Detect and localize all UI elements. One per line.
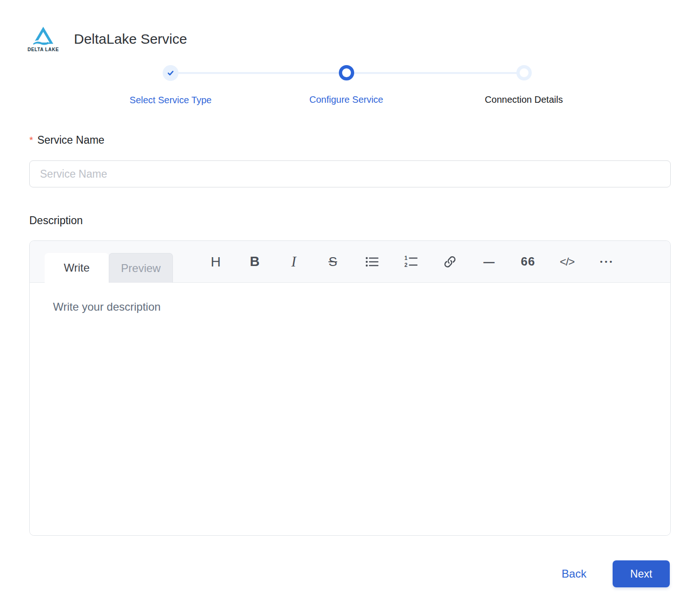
tab-preview[interactable]: Preview <box>109 253 173 283</box>
description-textarea[interactable] <box>30 283 670 535</box>
logo-label: DELTA LAKE <box>27 47 59 52</box>
description-editor: Write Preview H B I S <box>29 240 671 536</box>
editor-tools: H B I S 1 2 <box>196 241 626 282</box>
more-icon[interactable]: ••• <box>587 248 626 276</box>
unordered-list-icon[interactable] <box>352 248 391 276</box>
delta-lake-icon <box>33 26 54 46</box>
back-button[interactable]: Back <box>545 561 603 587</box>
step-label: Connection Details <box>485 93 563 106</box>
description-label: Description <box>29 214 83 227</box>
svg-text:1: 1 <box>404 255 408 261</box>
configure-service-page: DELTA LAKE DeltaLake Service Select Serv… <box>0 0 700 612</box>
step-label: Select Service Type <box>130 94 211 106</box>
next-button[interactable]: Next <box>613 560 670 587</box>
step-completed-indicator <box>163 65 178 81</box>
editor-tabs: Write Preview <box>45 253 173 283</box>
bold-icon[interactable]: B <box>235 248 274 276</box>
stepper: Select Service Type Configure Service Co… <box>0 65 700 116</box>
editor-toolbar: Write Preview H B I S <box>30 241 670 283</box>
code-icon[interactable]: </> <box>548 248 587 276</box>
italic-icon[interactable]: I <box>274 248 313 276</box>
step-label: Configure Service <box>310 93 383 106</box>
horizontal-rule-icon[interactable]: — <box>469 248 508 276</box>
page-title: DeltaLake Service <box>74 31 187 47</box>
step-configure-service: Configure Service <box>253 65 439 106</box>
tab-write[interactable]: Write <box>45 253 109 283</box>
required-asterisk: * <box>29 134 33 145</box>
check-icon <box>166 69 175 77</box>
step-active-indicator <box>339 65 354 80</box>
step-pending-indicator <box>516 65 532 80</box>
step-select-service-type: Select Service Type <box>78 65 264 106</box>
service-name-label: *Service Name <box>29 134 105 146</box>
quote-icon[interactable]: 66 <box>508 248 548 276</box>
svg-text:2: 2 <box>404 262 408 268</box>
strikethrough-icon[interactable]: S <box>313 248 352 276</box>
service-logo: DELTA LAKE <box>26 26 60 52</box>
step-connection-details: Connection Details <box>431 65 617 106</box>
service-name-label-text: Service Name <box>37 134 104 146</box>
heading-icon[interactable]: H <box>196 248 235 276</box>
ordered-list-icon[interactable]: 1 2 <box>391 248 430 276</box>
link-icon[interactable] <box>430 248 469 276</box>
service-name-input[interactable] <box>29 160 671 187</box>
header: DELTA LAKE DeltaLake Service <box>26 26 187 52</box>
